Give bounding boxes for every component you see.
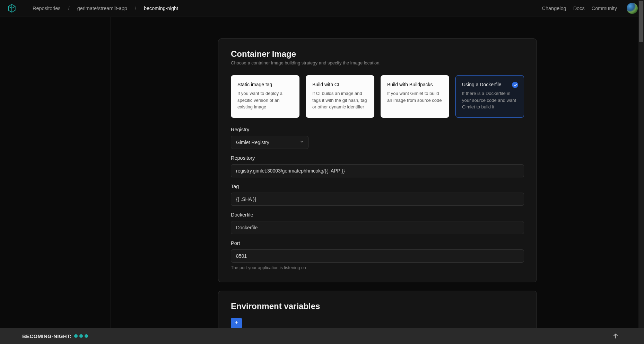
strategy-options: Static image tag If you want to deploy a… — [231, 75, 524, 118]
option-description: If CI builds an image and tags it with t… — [312, 90, 368, 111]
repository-label: Repository — [231, 155, 524, 161]
main-area: Container Image Choose a container image… — [0, 17, 644, 328]
tag-input[interactable] — [231, 193, 524, 206]
env-vars-title: Environment variables — [231, 301, 524, 311]
port-label: Port — [231, 240, 524, 246]
status-dots — [74, 334, 88, 338]
avatar[interactable] — [627, 3, 638, 14]
status-label: BECOMING-NIGHT: — [22, 333, 71, 339]
selected-check-icon — [512, 82, 518, 88]
card-subtitle: Choose a container image building strate… — [231, 60, 524, 65]
repository-input[interactable] — [231, 164, 524, 177]
sidebar — [0, 17, 111, 328]
topbar: Repositories / gerimate/streamlit-app / … — [0, 0, 644, 17]
logo-icon — [7, 4, 16, 13]
scrollbar-thumb[interactable] — [639, 1, 643, 42]
option-description: If you want to deploy a specific version… — [237, 90, 293, 111]
port-help-text: The port your application is listening o… — [231, 265, 524, 270]
status-bar: BECOMING-NIGHT: — [0, 328, 644, 344]
breadcrumb-repo[interactable]: gerimate/streamlit-app — [77, 6, 127, 11]
content: Container Image Choose a container image… — [111, 17, 644, 328]
environment-variables-card: Environment variables + — [218, 291, 537, 328]
breadcrumb: Repositories / gerimate/streamlit-app / … — [33, 6, 178, 11]
option-description: If you want Gimlet to build an image fro… — [387, 90, 443, 104]
scroll-to-top-button[interactable] — [611, 331, 620, 341]
breadcrumb-repositories[interactable]: Repositories — [33, 6, 61, 11]
tag-field: Tag — [231, 184, 524, 206]
add-env-var-button[interactable]: + — [231, 318, 242, 328]
card-title: Container Image — [231, 49, 524, 59]
dockerfile-label: Dockerfile — [231, 212, 524, 218]
breadcrumb-separator: / — [135, 6, 136, 11]
dockerfile-input[interactable] — [231, 221, 524, 234]
repository-field: Repository — [231, 155, 524, 177]
option-static-image-tag[interactable]: Static image tag If you want to deploy a… — [231, 75, 299, 118]
status-dot — [74, 334, 78, 338]
community-link[interactable]: Community — [592, 6, 617, 11]
status-dot — [79, 334, 83, 338]
option-title: Using a Dockerfile — [462, 82, 517, 87]
option-title: Static image tag — [237, 82, 293, 87]
breadcrumb-current[interactable]: becoming-night — [144, 6, 178, 11]
option-using-dockerfile[interactable]: Using a Dockerfile If there is a Dockerf… — [455, 75, 524, 118]
option-title: Build with CI — [312, 82, 368, 87]
registry-select[interactable] — [231, 136, 308, 149]
logo[interactable] — [6, 3, 17, 14]
changelog-link[interactable]: Changelog — [542, 6, 566, 11]
breadcrumb-separator: / — [68, 6, 70, 11]
scrollbar-track[interactable] — [638, 0, 644, 328]
dockerfile-field: Dockerfile — [231, 212, 524, 234]
tag-label: Tag — [231, 184, 524, 189]
status-dot — [85, 334, 88, 338]
option-build-with-ci[interactable]: Build with CI If CI builds an image and … — [306, 75, 374, 118]
registry-label: Registry — [231, 127, 524, 132]
docs-link[interactable]: Docs — [573, 6, 585, 11]
port-input[interactable] — [231, 249, 524, 263]
option-title: Build with Buildpacks — [387, 82, 443, 87]
option-description: If there is a Dockerfile in your source … — [462, 90, 517, 111]
arrow-up-icon — [612, 333, 619, 339]
option-build-with-buildpacks[interactable]: Build with Buildpacks If you want Gimlet… — [381, 75, 449, 118]
port-field: Port The port your application is listen… — [231, 240, 524, 270]
registry-field: Registry — [231, 127, 524, 149]
topbar-right: Changelog Docs Community — [542, 3, 638, 14]
container-image-card: Container Image Choose a container image… — [218, 38, 537, 282]
